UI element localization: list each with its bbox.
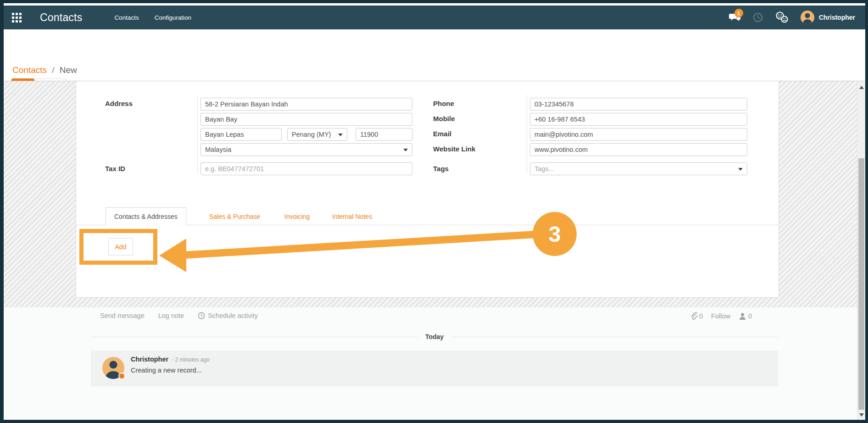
messages-badge: 1 — [734, 9, 743, 17]
followers-button[interactable]: 0 — [739, 312, 752, 320]
breadcrumb: Contacts / New — [12, 65, 77, 75]
website-link-input[interactable] — [530, 143, 747, 156]
mobile-field — [530, 113, 747, 126]
city-field — [200, 128, 282, 141]
mobile-input[interactable] — [530, 113, 747, 126]
address-label: Address — [105, 100, 133, 107]
follower-count: 0 — [748, 312, 752, 320]
message-timestamp: - 2 minutes ago — [172, 356, 210, 363]
street2-input[interactable] — [200, 113, 412, 126]
phone-label: Phone — [433, 100, 454, 107]
left-column-separator — [197, 95, 198, 174]
street-input[interactable] — [200, 98, 412, 111]
state-select[interactable] — [287, 128, 347, 141]
email-input[interactable] — [530, 128, 747, 141]
tab-sales-purchase[interactable]: Sales & Purchase — [201, 207, 268, 225]
scroll-up-icon[interactable] — [859, 86, 864, 89]
follower-person-icon — [739, 312, 746, 320]
tags-label: Tags — [433, 165, 449, 173]
breadcrumb-separator: / — [52, 65, 54, 75]
schedule-activity-label: Schedule activity — [208, 312, 258, 319]
tags-field — [530, 162, 747, 175]
nav-menu-contacts[interactable]: Contacts — [114, 14, 139, 21]
tab-invoicing[interactable]: Invoicing — [276, 207, 318, 225]
state-field — [287, 128, 347, 141]
right-column-separator — [527, 95, 527, 174]
log-note-button[interactable]: Log note — [158, 312, 184, 319]
zip-input[interactable] — [356, 128, 412, 141]
follow-label: Follow — [711, 312, 730, 320]
step-annotation-circle: 3 — [533, 212, 577, 256]
tax-id-input[interactable] — [200, 162, 412, 175]
app-title: Contacts — [40, 11, 82, 24]
form-sheet: Address Tax ID Phone Mobile Email Websit — [76, 81, 779, 298]
schedule-activity-button[interactable]: Schedule activity — [198, 312, 258, 319]
breadcrumb-new: New — [60, 65, 77, 75]
email-label: Email — [433, 130, 451, 138]
online-status-dot — [118, 373, 125, 379]
breadcrumb-contacts[interactable]: Contacts — [12, 65, 47, 75]
send-message-button[interactable]: Send message — [100, 312, 145, 319]
message-body: Creating a new record... — [131, 367, 202, 374]
messages-icon[interactable]: 1 — [729, 12, 741, 22]
zip-field — [356, 128, 412, 141]
nav-menu: Contacts Configuration — [114, 14, 191, 21]
scrollbar-thumb[interactable] — [858, 158, 864, 410]
tags-input[interactable] — [530, 162, 747, 175]
chatter: Send message Log note Schedule activity … — [4, 307, 865, 420]
email-field — [530, 128, 747, 141]
tab-contacts-addresses[interactable]: Contacts & Addresses — [106, 207, 186, 225]
message-author[interactable]: Christopher — [131, 356, 168, 363]
user-avatar[interactable] — [801, 11, 814, 24]
chatter-message[interactable]: Christopher- 2 minutes ago Creating a ne… — [91, 351, 778, 386]
date-divider: Today — [91, 333, 778, 340]
country-select[interactable] — [200, 143, 412, 156]
website-link-label: Website Link — [433, 145, 475, 153]
phone-input[interactable] — [530, 98, 747, 111]
user-name[interactable]: Christopher — [819, 14, 855, 21]
street2-field — [200, 113, 412, 126]
mood-faces-icon[interactable] — [775, 11, 789, 23]
city-input[interactable] — [200, 128, 282, 141]
website-link-field — [530, 143, 747, 156]
scroll-down-icon[interactable] — [859, 413, 864, 417]
attachments-button[interactable]: 0 — [690, 312, 703, 320]
add-button-highlight-box — [79, 229, 157, 265]
attachment-count: 0 — [699, 312, 703, 320]
street-field — [200, 98, 412, 111]
vertical-scrollbar[interactable] — [857, 81, 865, 419]
tax-id-label: Tax ID — [105, 165, 125, 173]
paperclip-icon — [690, 312, 697, 320]
control-panel: Contacts / New Save Discard — [4, 29, 865, 81]
mobile-label: Mobile — [433, 115, 455, 122]
tax-id-field — [200, 162, 412, 175]
phone-field — [530, 98, 747, 111]
date-divider-label: Today — [425, 333, 444, 340]
schedule-clock-icon — [198, 312, 205, 319]
country-field — [200, 143, 412, 156]
follow-button[interactable]: Follow — [711, 312, 730, 320]
activities-clock-icon[interactable] — [753, 12, 763, 22]
apps-grid-icon[interactable] — [12, 13, 22, 22]
step-number: 3 — [549, 222, 561, 247]
nav-menu-configuration[interactable]: Configuration — [155, 14, 191, 21]
tab-internal-notes[interactable]: Internal Notes — [324, 207, 380, 225]
top-navbar: Contacts Contacts Configuration 1 — [4, 6, 865, 29]
